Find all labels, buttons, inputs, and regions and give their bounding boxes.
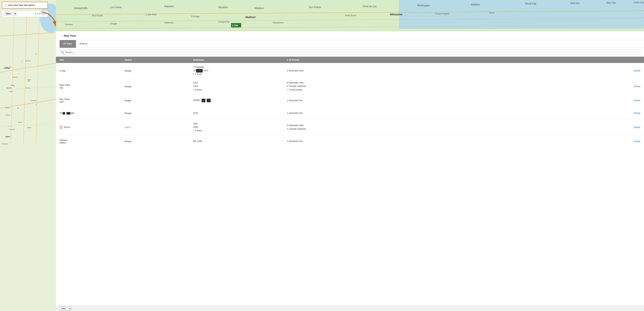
gateways-cell: 1075 (193, 111, 287, 115)
svg-text:A Site: A Site (232, 24, 238, 27)
gateways-cell: 1014 1018 + 8 more (193, 81, 287, 92)
svg-text:Bellevue: Bellevue (13, 76, 18, 78)
svg-text:Hutchinson: Hutchinson (2, 143, 8, 144)
svg-text:Baldwin: Baldwin (471, 3, 480, 6)
list-panel-inner: All Sites Alarms 🔍 Site Status Gateways … (56, 40, 644, 311)
map-controls-row: Sites Alarms ☰ List View (2, 10, 48, 17)
details-link[interactable]: Details (619, 112, 640, 114)
status-text: Alarm (124, 126, 193, 129)
search-row: 🔍 (56, 48, 644, 57)
status-text: Ready (124, 112, 193, 115)
gateways-cell: 1047 1049 + 4 more (193, 122, 287, 133)
search-input[interactable] (60, 50, 640, 55)
svg-text:Hebron: Hebron (18, 122, 22, 123)
svg-text:Beatrice: Beatrice (6, 107, 10, 108)
site-name: ! Demo (60, 126, 124, 129)
svg-text:Baraboo: Baraboo (218, 6, 228, 9)
assets-cell: 1 Generator Set (287, 111, 619, 115)
svg-point-10 (14, 86, 15, 87)
site-name: Box Store555 (60, 98, 124, 103)
gateways-cell: BR_1000 (193, 140, 287, 143)
svg-text:Fairbury: Fairbury (6, 114, 10, 116)
main-container: Sioux City Ida Grove Harlan Atlantic Red… (0, 0, 644, 311)
sites-dropdown[interactable]: Sites Alarms (4, 12, 17, 16)
svg-text:Marysville: Marysville (31, 100, 36, 101)
bottom-sites-dropdown[interactable]: Sites Alarms (60, 307, 71, 310)
details-link[interactable]: Details (619, 99, 640, 102)
status-text: Ready (124, 85, 193, 88)
svg-text:Topeka: Topeka (6, 136, 10, 137)
site-name: Blue PillarHQ (60, 84, 124, 89)
col-status: Status (124, 58, 193, 61)
svg-text:Madison: Madison (246, 16, 256, 18)
svg-text:Ionia: Ionia (489, 11, 494, 14)
alarm-filter-label[interactable]: Only show sites with alarms (5, 4, 45, 6)
map-view-section: → Map View (56, 31, 644, 40)
svg-text:Harlan: Harlan (11, 85, 14, 86)
svg-text:Waterloo: Waterloo (164, 21, 174, 24)
table-header: Site Status Gateways # of Assets (56, 57, 644, 63)
col-actions (619, 58, 640, 61)
alarm-icon: ! (60, 126, 62, 129)
svg-text:Reed City: Reed City (525, 2, 536, 5)
details-link[interactable]: Details (619, 140, 640, 143)
svg-point-12 (28, 81, 30, 82)
svg-point-14 (36, 104, 36, 105)
list-view-label: List View (37, 12, 46, 15)
svg-point-9 (21, 61, 22, 62)
map-view-label: Map View (64, 34, 76, 37)
svg-text:Dodgeville: Dodgeville (218, 20, 230, 23)
table-body: A Site Ready C Gateway CF████ i3 + 1 mor… (56, 63, 644, 306)
assets-cell: 4 Generator Sets (287, 69, 619, 72)
svg-text:Concordia: Concordia (9, 129, 15, 130)
tab-all-sites[interactable]: All Sites (60, 40, 76, 48)
tab-alarms[interactable]: Alarms (76, 40, 91, 48)
svg-text:Fond du Lac: Fond du Lac (363, 5, 377, 8)
svg-point-11 (36, 54, 36, 54)
svg-point-13 (18, 108, 18, 109)
assets-cell: 1 Generator Set (287, 99, 619, 102)
list-panel: Stewardville La Crosse Mauston Baraboo M… (56, 0, 644, 311)
site-name: A Site (60, 69, 124, 72)
table-row: DenverOffice Ready BR_1000 1 Generator S… (56, 135, 644, 148)
map-filter-box: Only show sites with alarms (2, 2, 48, 9)
table-row: Box Store555 Ready GF902: ██ ██ 1 Genera… (56, 94, 644, 107)
col-assets: # of Assets (287, 58, 619, 61)
search-wrapper: 🔍 (60, 50, 640, 55)
status-text: Ready (124, 69, 193, 72)
svg-text:Lincoln: Lincoln (6, 87, 12, 89)
svg-text:La Crosse: La Crosse (110, 6, 122, 9)
svg-text:Milwaukee: Milwaukee (390, 13, 402, 16)
svg-text:Bay City: Bay City (606, 1, 616, 4)
svg-text:Sun Prairie: Sun Prairie (309, 6, 321, 9)
assets-cell: 6 Generator Sets 2 Transfer Switches (287, 124, 619, 131)
svg-text:Red Oak: Red Oak (25, 87, 30, 89)
map-background: Sioux City Ida Grove Harlan Atlantic Red… (0, 0, 56, 311)
details-link[interactable]: Details (619, 126, 640, 129)
svg-rect-0 (0, 0, 56, 311)
svg-text:Omaha: Omaha (4, 67, 9, 69)
search-icon: 🔍 (61, 51, 64, 54)
status-text: Ready (124, 140, 193, 143)
svg-text:Grand Rapids: Grand Rapids (435, 12, 450, 15)
list-panel-map-header: Stewardville La Crosse Mauston Baraboo M… (56, 0, 644, 31)
svg-text:Preston: Preston (65, 23, 73, 26)
alarm-filter-checkbox[interactable] (5, 4, 7, 6)
assets-cell: 1 Generator Set (287, 140, 619, 143)
details-link[interactable]: Details (619, 69, 640, 72)
site-name: DenverOffice (60, 139, 124, 144)
bottom-bar: Sites Alarms (56, 306, 644, 311)
map-area: Sioux City Ida Grove Harlan Atlantic Red… (0, 0, 56, 311)
svg-text:Sheboygan: Sheboygan (417, 4, 430, 7)
list-view-button[interactable]: ☰ List View (34, 12, 46, 15)
svg-text:Atlantic: Atlantic (27, 79, 31, 80)
table-row: A Site Ready C Gateway CF████ i3 + 1 mor… (56, 63, 644, 79)
gateways-cell: GF902: ██ ██ (193, 99, 287, 102)
list-panel-map-bg: Stewardville La Crosse Mauston Baraboo M… (56, 0, 644, 31)
details-link[interactable]: Details (619, 85, 640, 88)
site-name: CF█ ██485 (60, 112, 124, 115)
svg-text:Ida Grove: Ida Grove (25, 60, 31, 61)
svg-text:Portage: Portage (191, 15, 200, 18)
gateways-cell: C Gateway CF████ i3 + 1 more (193, 65, 287, 76)
svg-text:Madison: Madison (254, 7, 264, 9)
